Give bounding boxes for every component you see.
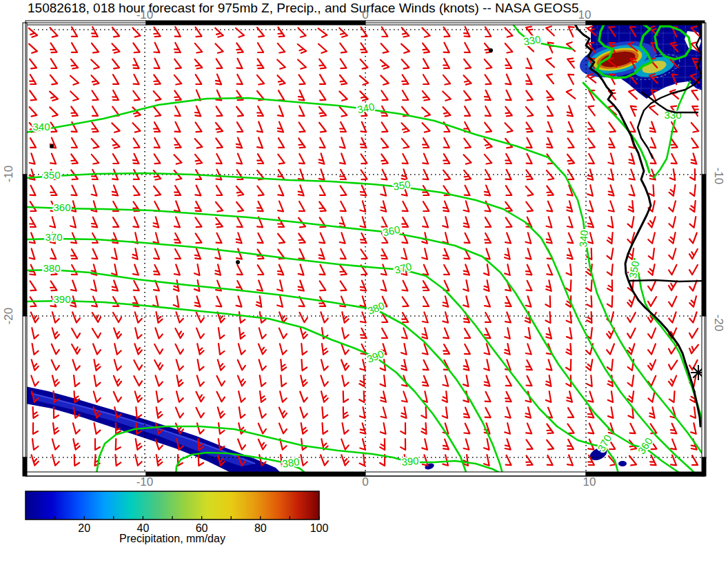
island-dot — [236, 260, 240, 264]
map-content: 3303303403403403503503503603603603703703… — [26, 23, 706, 476]
contour-label-360: 360 — [382, 224, 401, 239]
contour-label-350: 350 — [43, 169, 60, 181]
weather-map-canvas: 3303303403403403503503503603603603703703… — [0, 0, 728, 563]
contour-label-380: 380 — [43, 262, 60, 274]
island-dot — [50, 144, 54, 148]
contour-label-360: 360 — [53, 201, 70, 213]
contour-label-370: 370 — [45, 231, 62, 243]
graticule-layer — [26, 23, 705, 476]
bottom-axis-label: 0 — [362, 475, 368, 488]
bottom-axis-label: 10 — [583, 475, 596, 488]
left-axis-label: -20 — [2, 308, 15, 325]
right-axis-label: -10 — [712, 168, 725, 185]
top-axis-label: 10 — [578, 8, 592, 21]
inland-border-line — [629, 280, 705, 282]
coastline-layer — [50, 23, 706, 426]
contour-label-330: 330 — [523, 33, 541, 47]
contour-label-390: 390 — [401, 455, 419, 468]
top-axis-label: 0 — [362, 8, 368, 21]
contour-label-340: 340 — [356, 101, 376, 116]
island-dot — [489, 48, 493, 52]
contour-label-340: 340 — [32, 121, 50, 132]
wind-barbs-layer — [29, 26, 699, 466]
map-frame — [23, 21, 706, 476]
colorbar-caption: Precipitation, mm/day — [26, 533, 319, 545]
contour-label-350: 350 — [392, 178, 411, 192]
colorbar-gradient-bar — [26, 491, 319, 520]
bottom-axis-label: -10 — [136, 475, 154, 488]
contour-label-390: 390 — [53, 293, 70, 305]
contour-label-380: 380 — [281, 455, 300, 469]
left-axis-label: -10 — [2, 166, 15, 183]
contour-label-370: 370 — [393, 260, 412, 276]
top-axis-label: -10 — [136, 8, 154, 21]
precip-colorbar: 20406080100 — [26, 491, 328, 534]
right-axis-label: -20 — [712, 315, 725, 332]
contour-label-340: 340 — [577, 230, 590, 248]
